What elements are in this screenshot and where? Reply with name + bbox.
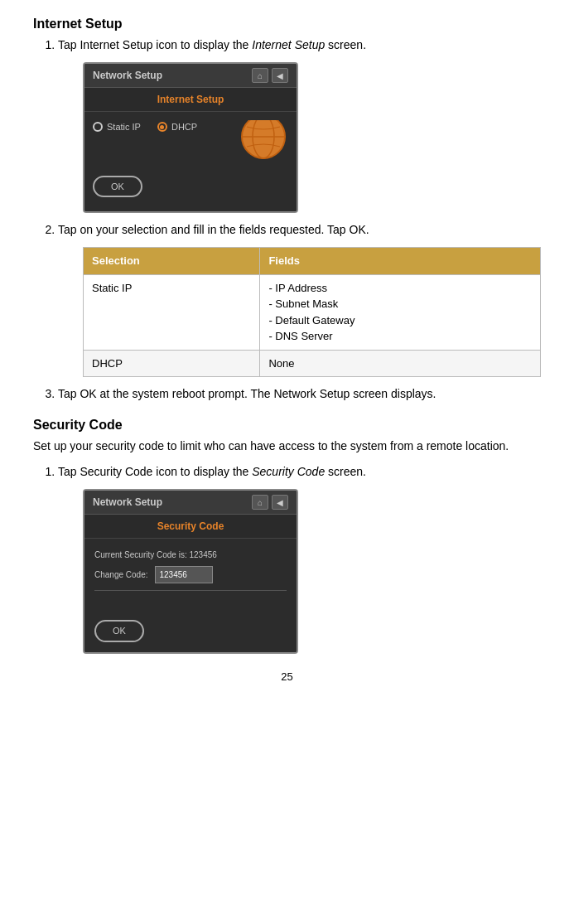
back-icon[interactable]: ◀ bbox=[272, 68, 288, 83]
security-step1-after: screen. bbox=[325, 465, 366, 478]
page-number: 25 bbox=[33, 670, 541, 683]
current-code-label: Current Security Code is: 123456 bbox=[94, 549, 287, 561]
static-ip-radio[interactable]: Static IP bbox=[93, 120, 141, 134]
fields-static: - IP Address - Subnet Mask - Default Gat… bbox=[260, 274, 541, 350]
screen-body: Static IP DHCP OK bbox=[84, 112, 297, 211]
dhcp-radio[interactable]: DHCP bbox=[157, 120, 197, 134]
security-code-section: Security Code Set up your security code … bbox=[33, 418, 541, 654]
internet-setup-heading: Internet Setup bbox=[33, 17, 541, 31]
table-row: DHCP None bbox=[84, 350, 541, 377]
selection-dhcp: DHCP bbox=[84, 350, 260, 377]
security-screen-header: Network Setup ⌂ ◀ bbox=[84, 491, 297, 515]
globe-icon bbox=[239, 120, 288, 162]
table-row: Static IP - IP Address - Subnet Mask - D… bbox=[84, 274, 541, 350]
security-header-icons: ⌂ ◀ bbox=[252, 495, 288, 510]
change-code-text: Change Code: bbox=[94, 568, 148, 581]
screen-header-title: Network Setup bbox=[93, 68, 162, 83]
security-code-screen: Network Setup ⌂ ◀ Security Code Current … bbox=[83, 489, 298, 654]
selection-static: Static IP bbox=[84, 274, 260, 350]
home-icon[interactable]: ⌂ bbox=[252, 68, 268, 83]
static-ip-circle bbox=[93, 122, 103, 132]
step3-text: Tap OK at the system reboot prompt. The … bbox=[58, 387, 437, 400]
security-code-description: Set up your security code to limit who c… bbox=[33, 438, 541, 455]
dhcp-label: DHCP bbox=[171, 120, 197, 134]
security-back-icon[interactable]: ◀ bbox=[272, 495, 288, 510]
change-code-row: Change Code: 123456 bbox=[94, 566, 287, 583]
step-2-item: Tap on your selection and fill in the fi… bbox=[58, 221, 541, 377]
col1-header: Selection bbox=[84, 248, 260, 275]
security-step1-italic: Security Code bbox=[252, 465, 325, 478]
security-screen-body: Current Security Code is: 123456 Change … bbox=[84, 539, 297, 652]
step1-text-before: Tap Internet Setup icon to display the bbox=[58, 38, 252, 51]
step-1-item: Tap Internet Setup icon to display the I… bbox=[58, 36, 541, 213]
step1-italic: Internet Setup bbox=[252, 38, 325, 51]
screen-sub-header: Internet Setup bbox=[84, 88, 297, 112]
fields-dhcp: None bbox=[260, 350, 541, 377]
security-step-1-item: Tap Security Code icon to display the Se… bbox=[58, 463, 541, 654]
security-code-input[interactable]: 123456 bbox=[155, 566, 213, 583]
security-code-heading: Security Code bbox=[33, 418, 541, 433]
step-3-item: Tap OK at the system reboot prompt. The … bbox=[58, 385, 541, 403]
static-ip-label: Static IP bbox=[107, 120, 141, 134]
radio-group: Static IP DHCP bbox=[93, 120, 239, 134]
screen-header: Network Setup ⌂ ◀ bbox=[84, 64, 297, 88]
internet-setup-screen: Network Setup ⌂ ◀ Internet Setup bbox=[83, 62, 298, 213]
step2-text: Tap on your selection and fill in the fi… bbox=[58, 223, 369, 236]
security-home-icon[interactable]: ⌂ bbox=[252, 495, 268, 510]
dhcp-circle bbox=[157, 122, 167, 132]
step1-text-after: screen. bbox=[325, 38, 366, 51]
ok-button[interactable]: OK bbox=[93, 176, 142, 198]
security-step1-before: Tap Security Code icon to display the bbox=[58, 465, 252, 478]
security-divider bbox=[94, 590, 287, 591]
security-header-title: Network Setup bbox=[93, 495, 162, 510]
selection-table: Selection Fields Static IP - IP Address … bbox=[83, 247, 541, 377]
header-icons: ⌂ ◀ bbox=[252, 68, 288, 83]
col2-header: Fields bbox=[260, 248, 541, 275]
security-ok-button[interactable]: OK bbox=[94, 620, 144, 642]
security-sub-header: Security Code bbox=[84, 515, 297, 539]
